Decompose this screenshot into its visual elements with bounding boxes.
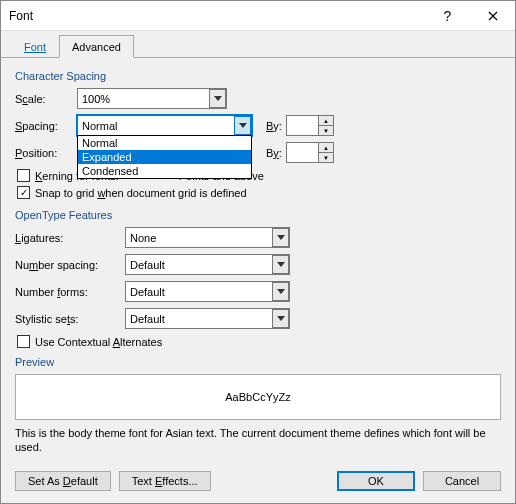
- number-spacing-dropdown-button[interactable]: [272, 255, 289, 274]
- number-forms-dropdown-button[interactable]: [272, 282, 289, 301]
- help-button[interactable]: ?: [425, 1, 470, 31]
- close-icon: [488, 11, 498, 21]
- cancel-button[interactable]: Cancel: [423, 471, 501, 491]
- text-effects-button[interactable]: Text Effects...: [119, 471, 211, 491]
- chevron-down-icon: [214, 96, 222, 101]
- group-opentype: OpenType Features: [15, 209, 501, 221]
- preview-box: AaBbCcYyZz: [15, 374, 501, 420]
- kerning-checkbox[interactable]: [17, 169, 30, 182]
- number-forms-label: Number forms:: [15, 286, 125, 298]
- spinner-up-button[interactable]: ▲: [319, 116, 333, 126]
- tab-advanced[interactable]: Advanced: [59, 35, 134, 58]
- ligatures-dropdown-button[interactable]: [272, 228, 289, 247]
- dialog-title: Font: [9, 9, 425, 23]
- spinner-up-button[interactable]: ▲: [319, 143, 333, 153]
- scale-label: Scale:: [15, 93, 77, 105]
- dialog-content: Character Spacing Scale: 100% Spacing: N…: [1, 58, 515, 461]
- group-character-spacing: Character Spacing: [15, 70, 501, 82]
- stylistic-sets-dropdown-button[interactable]: [272, 309, 289, 328]
- number-forms-select[interactable]: Default: [125, 281, 290, 302]
- tab-strip: Font Advanced: [1, 31, 515, 58]
- spacing-select[interactable]: Normal: [77, 115, 252, 136]
- chevron-down-icon: [277, 316, 285, 321]
- font-dialog: Font ? Font Advanced Character Spacing S…: [0, 0, 516, 504]
- spinner-down-button[interactable]: ▼: [319, 153, 333, 162]
- stylistic-sets-label: Stylistic sets:: [15, 313, 125, 325]
- spacing-dropdown-button[interactable]: [234, 116, 251, 135]
- contextual-alternates-checkbox[interactable]: [17, 335, 30, 348]
- preview-sample: AaBbCcYyZz: [225, 391, 290, 403]
- spacing-option-condensed[interactable]: Condensed: [78, 164, 251, 178]
- set-as-default-button[interactable]: Set As Default: [15, 471, 111, 491]
- spacing-label: Spacing:: [15, 120, 77, 132]
- button-bar: Set As Default Text Effects... OK Cancel: [1, 461, 515, 503]
- chevron-down-icon: [277, 289, 285, 294]
- ok-button[interactable]: OK: [337, 471, 415, 491]
- spacing-by-input[interactable]: [287, 116, 318, 135]
- spacing-by-label: By:: [266, 120, 282, 132]
- position-by-input[interactable]: [287, 143, 318, 162]
- titlebar: Font ?: [1, 1, 515, 31]
- spacing-option-expanded[interactable]: Expanded: [78, 150, 251, 164]
- chevron-down-icon: [239, 123, 247, 128]
- scale-select[interactable]: 100%: [77, 88, 227, 109]
- snap-checkbox[interactable]: ✓: [17, 186, 30, 199]
- ligatures-label: Ligatures:: [15, 232, 125, 244]
- spacing-dropdown-list: Normal Expanded Condensed: [77, 135, 252, 179]
- spinner-down-button[interactable]: ▼: [319, 126, 333, 135]
- close-button[interactable]: [470, 1, 515, 31]
- number-spacing-label: Number spacing:: [15, 259, 125, 271]
- contextual-alternates-label: Use Contextual Alternates: [35, 336, 162, 348]
- position-label: Position:: [15, 147, 77, 159]
- snap-label: Snap to grid when document grid is defin…: [35, 187, 247, 199]
- spacing-by-spinner[interactable]: ▲▼: [286, 115, 334, 136]
- ligatures-select[interactable]: None: [125, 227, 290, 248]
- scale-dropdown-button[interactable]: [209, 89, 226, 108]
- tab-font[interactable]: Font: [11, 35, 59, 58]
- number-spacing-select[interactable]: Default: [125, 254, 290, 275]
- preview-description: This is the body theme font for Asian te…: [15, 426, 501, 455]
- position-by-spinner[interactable]: ▲▼: [286, 142, 334, 163]
- chevron-down-icon: [277, 235, 285, 240]
- group-preview: Preview: [15, 356, 501, 368]
- position-by-label: By:: [266, 147, 282, 159]
- chevron-down-icon: [277, 262, 285, 267]
- spacing-option-normal[interactable]: Normal: [78, 136, 251, 150]
- stylistic-sets-select[interactable]: Default: [125, 308, 290, 329]
